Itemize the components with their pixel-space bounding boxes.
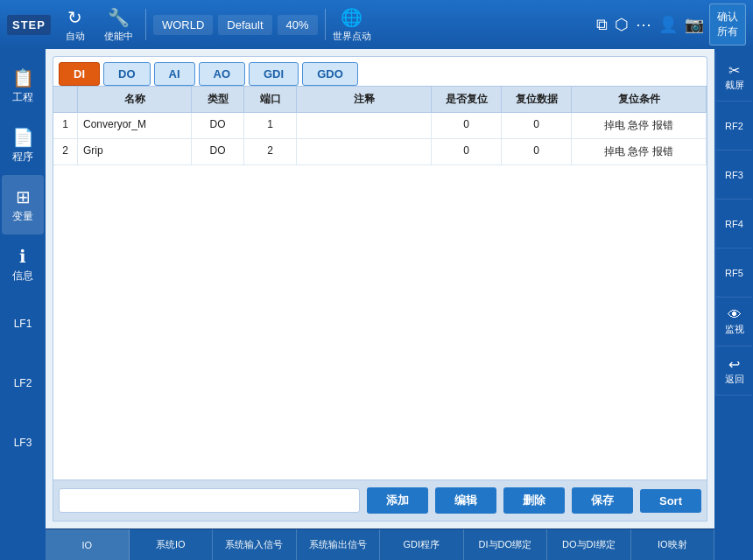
tab-gdi[interactable]: GDI (249, 62, 299, 86)
input-field[interactable] (59, 488, 360, 513)
sort-button[interactable]: Sort (640, 489, 701, 513)
separator2 (325, 9, 326, 40)
rf5-label: RF5 (725, 268, 743, 278)
bottom-tab-io-map[interactable]: IO映射 (631, 529, 715, 560)
program-icon: 📄 (12, 127, 34, 148)
bottom-tab-system-io[interactable]: 系统IO (130, 529, 214, 560)
sidebar-label-program: 程序 (12, 150, 33, 164)
enable-label: 使能中 (104, 30, 133, 43)
user-icon[interactable]: 👤 (658, 15, 678, 34)
add-button[interactable]: 添加 (367, 487, 428, 514)
bottom-tab-io[interactable]: IO (46, 529, 130, 560)
bottom-tab-sys-input[interactable]: 系统输入信号 (213, 529, 297, 560)
content-area: DI DO AI AO GDI GDO 名称 类型 端口 注释 是否复位 复位数… (46, 49, 714, 528)
right-item-rf5[interactable]: RF5 (715, 248, 752, 298)
row1-reset-cond: 掉电 急停 报错 (572, 113, 707, 138)
cube-icon[interactable]: ⬡ (615, 15, 629, 34)
bottom-tab-gdi[interactable]: GDI程序 (380, 529, 464, 560)
rf2-label: RF2 (725, 121, 743, 131)
table-row[interactable]: 2 Grip DO 2 0 0 掉电 急停 报错 (53, 139, 707, 165)
tab-di[interactable]: DI (59, 62, 100, 86)
table-body: 1 Converyor_M DO 1 0 0 掉电 急停 报错 2 Grip D… (53, 113, 707, 480)
back-label: 返回 (725, 373, 744, 386)
sidebar-label-info: 信息 (12, 269, 33, 284)
row2-type: DO (192, 139, 244, 164)
right-item-monitor[interactable]: 👁 监视 (715, 298, 752, 346)
right-item-screenshot[interactable]: ✂ 截屏 (715, 52, 752, 102)
delete-button[interactable]: 删除 (503, 487, 565, 514)
globe-icon: 🌐 (341, 7, 362, 28)
world-jog-label: 世界点动 (333, 30, 371, 43)
screenshot-label: 截屏 (725, 79, 744, 92)
sidebar-item-lf3[interactable]: LF3 (2, 413, 44, 472)
tab-ai[interactable]: AI (154, 62, 195, 86)
right-item-rf2[interactable]: RF2 (715, 102, 752, 150)
dots-icon[interactable]: ⋯ (636, 15, 651, 34)
top-bar: STEP ↻ 自动 🔧 使能中 WORLD Default 40% 🌐 世界点动… (0, 0, 753, 49)
edit-button[interactable]: 编辑 (435, 487, 496, 514)
world-jog-button[interactable]: 🌐 世界点动 (333, 7, 371, 43)
sidebar-item-info[interactable]: ℹ 信息 (2, 234, 44, 294)
monitor-label: 监视 (725, 323, 744, 336)
center-panel: DI DO AI AO GDI GDO 名称 类型 端口 注释 是否复位 复位数… (46, 49, 714, 560)
info-icon: ℹ (19, 246, 26, 267)
col-comment: 注释 (297, 87, 432, 112)
confirm-button[interactable]: 确认所有 (709, 4, 746, 46)
zoom-label[interactable]: 40% (278, 15, 318, 35)
col-num (53, 87, 78, 112)
col-type: 类型 (192, 87, 244, 112)
bottom-tab-sys-output[interactable]: 系统输出信号 (297, 529, 381, 560)
right-item-rf3[interactable]: RF3 (715, 150, 752, 200)
row2-comment (297, 139, 432, 164)
right-item-back[interactable]: ↩ 返回 (715, 346, 752, 396)
variable-icon: ⊞ (16, 186, 31, 207)
row2-reset-data: 0 (502, 139, 572, 164)
row2-num: 2 (53, 139, 78, 164)
row2-reset-cond: 掉电 急停 报错 (572, 139, 707, 164)
sidebar-item-variable[interactable]: ⊞ 变量 (2, 175, 44, 234)
row1-reset-data: 0 (502, 113, 572, 138)
sidebar-item-lf2[interactable]: LF2 (2, 354, 44, 413)
bottom-tab-di-do[interactable]: DI与DO绑定 (464, 529, 548, 560)
row2-reset: 0 (432, 139, 502, 164)
row2-name: Grip (78, 139, 192, 164)
sidebar-item-project[interactable]: 📋 工程 (2, 56, 44, 116)
tab-ao[interactable]: AO (199, 62, 246, 86)
enable-button[interactable]: 🔧 使能中 (100, 7, 138, 43)
back-icon: ↩ (728, 356, 740, 373)
auto-icon: ↻ (67, 7, 82, 28)
top-icons: ⧉ ⬡ ⋯ 👤 📷 (596, 15, 704, 34)
sidebar-item-lf1[interactable]: LF1 (2, 294, 44, 354)
monitor-icon: 👁 (728, 307, 742, 323)
default-label[interactable]: Default (218, 15, 271, 35)
row1-comment (297, 113, 432, 138)
lf2-label: LF2 (14, 377, 32, 389)
col-name: 名称 (78, 87, 192, 112)
table-row[interactable]: 1 Converyor_M DO 1 0 0 掉电 急停 报错 (53, 113, 707, 139)
world-label[interactable]: WORLD (153, 15, 213, 35)
camera-icon[interactable]: 📷 (685, 15, 704, 34)
lf1-label: LF1 (14, 318, 32, 330)
save-button[interactable]: 保存 (572, 487, 633, 514)
enable-icon: 🔧 (108, 7, 130, 28)
tab-do[interactable]: DO (103, 62, 151, 86)
sidebar-label-variable: 变量 (12, 209, 33, 224)
col-port: 端口 (244, 87, 297, 112)
copy-icon[interactable]: ⧉ (596, 16, 608, 34)
bottom-tab-do-di[interactable]: DO与DI绑定 (547, 529, 631, 560)
left-sidebar: 📋 工程 📄 程序 ⊞ 变量 ℹ 信息 LF1 LF2 LF3 (0, 49, 46, 560)
rf3-label: RF3 (725, 170, 743, 180)
row1-reset: 0 (432, 113, 502, 138)
tab-gdo[interactable]: GDO (302, 62, 358, 86)
logo: STEP (7, 15, 51, 35)
table-header: 名称 类型 端口 注释 是否复位 复位数据 复位条件 (53, 87, 707, 113)
data-table: 名称 类型 端口 注释 是否复位 复位数据 复位条件 1 Converyor_M… (53, 86, 707, 480)
right-item-rf4[interactable]: RF4 (715, 200, 752, 248)
row1-port: 1 (244, 113, 297, 138)
action-bar: 添加 编辑 删除 保存 Sort (53, 480, 707, 522)
right-sidebar: ✂ 截屏 RF2 RF3 RF4 RF5 👁 监视 ↩ 返回 (714, 49, 753, 560)
sidebar-item-program[interactable]: 📄 程序 (2, 116, 44, 175)
rf4-label: RF4 (725, 219, 743, 229)
lf3-label: LF3 (14, 437, 32, 449)
auto-button[interactable]: ↻ 自动 (56, 7, 95, 43)
